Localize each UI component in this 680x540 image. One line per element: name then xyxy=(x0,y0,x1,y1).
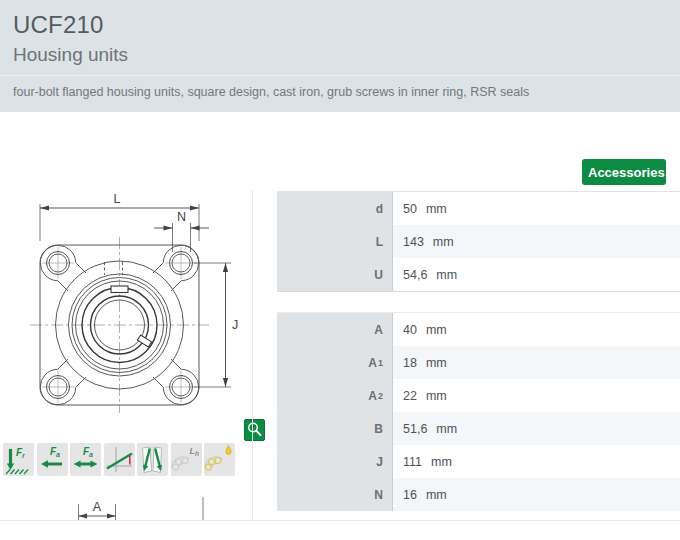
spec-value: 16mm xyxy=(393,478,680,511)
spec-table-dimensions: A40mmA118mmA222mmB51,6mmJ111mmN16mm xyxy=(277,312,680,511)
dimension-label-N: N xyxy=(177,210,186,224)
seals-both-sides-icon[interactable] xyxy=(137,443,168,476)
spec-value: 50mm xyxy=(393,192,680,225)
oil-droplet-icon xyxy=(226,446,231,455)
page-subtitle: Housing units xyxy=(13,44,128,66)
spec-label: A xyxy=(277,313,393,346)
product-header: UCF210 Housing units four-bolt flanged h… xyxy=(0,0,680,112)
axial-load-one-direction-icon[interactable]: Fa xyxy=(37,443,68,476)
axial-load-label: Fa xyxy=(50,446,60,458)
dimension-label-L: L xyxy=(114,192,121,206)
radial-load-label: Fr xyxy=(16,447,26,459)
spec-label: U xyxy=(277,258,393,291)
center-lines xyxy=(30,237,209,413)
spec-row: J111mm xyxy=(277,445,680,478)
spec-value: 40mm xyxy=(393,313,680,346)
spec-value: 54,6mm xyxy=(393,258,680,291)
grease-operating-life-icon[interactable]: Lh xyxy=(171,443,202,476)
zoom-drawing-button[interactable] xyxy=(244,419,265,441)
feature-icons-row: Fr Fa Fa xyxy=(3,443,235,476)
spec-row: L143mm xyxy=(277,225,680,258)
spec-label: L xyxy=(277,225,393,258)
spec-label: B xyxy=(277,412,393,445)
spec-row: B51,6mm xyxy=(277,412,680,445)
spec-row: A118mm xyxy=(277,346,680,379)
magnifier-icon xyxy=(245,420,264,440)
panel-divider-vertical xyxy=(252,190,253,521)
spec-label: N xyxy=(277,478,393,511)
spec-row: A40mm xyxy=(277,313,680,346)
product-description: four-bolt flanged housing units, square … xyxy=(13,85,529,99)
axial-load-label: Fa xyxy=(83,446,93,458)
spec-value: 18mm xyxy=(393,346,680,379)
axial-load-two-directions-icon[interactable]: Fa xyxy=(70,443,101,476)
spec-label: A2 xyxy=(277,379,393,412)
spec-row: U54,6mm xyxy=(277,258,680,291)
page-title: UCF210 xyxy=(13,11,104,39)
dimension-label-A: A xyxy=(93,500,102,514)
spec-label: J xyxy=(277,445,393,478)
spec-label: d xyxy=(277,192,393,225)
spec-row: A222mm xyxy=(277,379,680,412)
section-divider-horizontal xyxy=(0,520,680,521)
spec-row: N16mm xyxy=(277,478,680,511)
accessories-button[interactable]: Accessories xyxy=(582,159,666,185)
product-page: UCF210 Housing units four-bolt flanged h… xyxy=(0,0,680,540)
spec-table-primary: d50mmL143mmU54,6mm xyxy=(277,191,680,292)
spec-row: d50mm xyxy=(277,192,680,225)
spec-value: 51,6mm xyxy=(393,412,680,445)
relubrication-icon[interactable] xyxy=(204,443,235,476)
spec-value: 143mm xyxy=(393,225,680,258)
spec-value: 111mm xyxy=(393,445,680,478)
header-divider xyxy=(0,75,680,76)
grease-life-label: Lh xyxy=(189,446,199,457)
dimension-label-J: J xyxy=(232,318,238,332)
misalignment-icon[interactable] xyxy=(104,443,135,476)
radial-load-icon[interactable]: Fr xyxy=(3,443,34,476)
spec-value: 22mm xyxy=(393,379,680,412)
spec-label: A1 xyxy=(277,346,393,379)
